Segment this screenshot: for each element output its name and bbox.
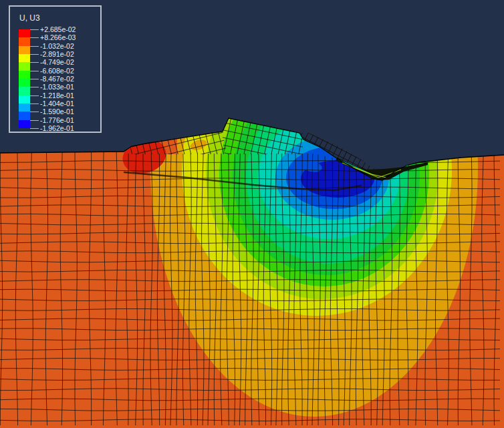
legend-tick [30,120,39,121]
legend-swatch [19,103,30,112]
legend-swatch [19,95,30,103]
legend-swatch [19,62,30,70]
legend-label: -1.032e-02 [40,42,74,50]
legend-swatch [19,79,30,87]
legend-swatch [19,46,30,54]
legend-label: -1.776e-01 [40,116,74,124]
legend-tick [30,79,39,79]
legend-tick [30,46,39,47]
legend-swatch [19,37,30,45]
legend-tick [30,128,39,129]
legend-label: -6.608e-02 [40,67,74,75]
legend-label: -8.467e-02 [40,75,74,83]
legend-tick [30,37,39,38]
legend-title: U, U3 [19,13,40,23]
legend-tick [30,112,39,112]
legend-tick [30,71,39,71]
legend-label: -1.033e-01 [40,83,74,91]
legend-swatch [19,120,30,128]
legend-label: +8.266e-03 [40,33,76,41]
abaqus-viewport-stage: U, U3 +2.685e-02+8.266e-03-1.032e-02-2.8… [0,0,504,428]
legend-swatch [19,29,30,37]
legend-tick [30,62,39,63]
legend-label: -4.749e-02 [40,58,74,66]
legend-tick [30,29,39,30]
legend-swatch [19,54,30,62]
legend-label: -1.962e-01 [40,124,74,132]
legend-label: -1.590e-01 [40,108,74,116]
legend-swatch [19,71,30,79]
legend-swatch [19,112,30,120]
legend-tick [30,87,39,87]
legend-label: -2.891e-02 [40,50,74,58]
legend-label: -1.404e-01 [40,99,74,108]
legend-swatch [19,87,30,95]
legend-tick [30,95,39,96]
legend-label: +2.685e-02 [40,25,76,33]
contour-legend: U, U3 +2.685e-02+8.266e-03-1.032e-02-2.8… [9,5,102,133]
legend-tick [30,103,39,104]
legend-tick [30,54,39,55]
legend-label: -1.218e-01 [40,91,74,99]
